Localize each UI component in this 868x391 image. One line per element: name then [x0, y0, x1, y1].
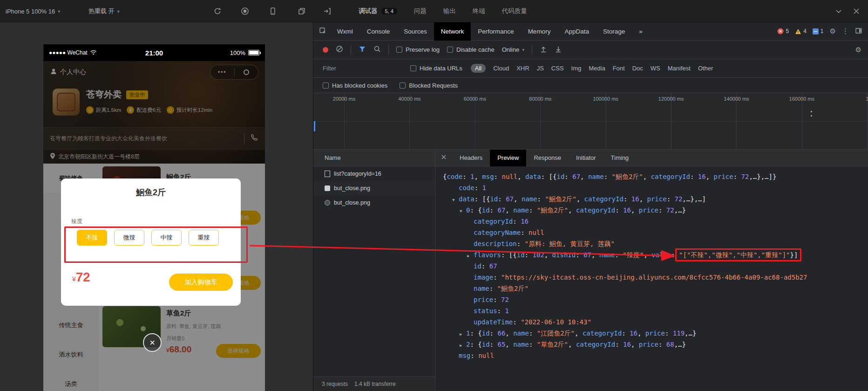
- request-row-2[interactable]: but_close.png: [313, 195, 435, 210]
- hot-reload-toggle[interactable]: 热重载 开 ▾: [88, 0, 120, 22]
- inspect-element-icon[interactable]: [319, 27, 330, 36]
- filter-chip-xhr[interactable]: XHR: [516, 65, 529, 72]
- flavor-option-1[interactable]: 微辣: [114, 230, 144, 246]
- error-count-badge[interactable]: 5: [777, 28, 789, 34]
- hide-data-urls-checkbox[interactable]: Hide data URLs: [410, 65, 462, 72]
- detail-tab-initiator[interactable]: Initiator: [569, 150, 604, 166]
- filter-chip-cloud[interactable]: Cloud: [493, 65, 509, 72]
- devtools-tab-appdata[interactable]: AppData: [557, 22, 596, 41]
- add-to-cart-button[interactable]: 加入购物车: [169, 274, 233, 291]
- warning-count-badge[interactable]: 4: [795, 28, 807, 34]
- ide-tab-4[interactable]: 代码质量: [502, 7, 527, 15]
- preserve-log-checkbox[interactable]: Preserve log: [396, 46, 440, 53]
- import-har-icon[interactable]: [540, 45, 547, 54]
- json-line-16[interactable]: msg: null: [435, 350, 868, 361]
- devtools-tab-console[interactable]: Console: [360, 22, 397, 41]
- close-icon[interactable]: [852, 7, 861, 15]
- network-overview-timeline[interactable]: 20000 ms40000 ms60000 ms80000 ms100000 m…: [313, 93, 868, 150]
- blocked-cookies-checkbox[interactable]: Has blocked cookies: [323, 82, 387, 89]
- collapse-panel-icon[interactable]: [834, 7, 843, 15]
- devtools-tab-network[interactable]: Network: [434, 22, 471, 41]
- network-settings-gear-icon[interactable]: ⚙: [855, 46, 868, 54]
- ide-tab-1[interactable]: 问题: [414, 7, 427, 15]
- json-line-14[interactable]: ▶1: {id: 66, name: "江团鱼2斤", categoryId: …: [435, 328, 868, 339]
- disable-cache-checkbox[interactable]: Disable cache: [447, 46, 495, 53]
- devtools-tab-[interactable]: »: [632, 22, 650, 41]
- json-token: ,: [544, 251, 552, 259]
- json-token: id: [517, 251, 525, 259]
- filter-chip-manifest[interactable]: Manifest: [668, 65, 691, 72]
- devtools-tab-wxml[interactable]: Wxml: [330, 22, 360, 41]
- export-har-icon[interactable]: [555, 45, 562, 54]
- stop-icon[interactable]: [241, 7, 249, 15]
- record-icon[interactable]: [323, 47, 328, 53]
- goto-editor-icon[interactable]: [323, 7, 332, 15]
- json-line-9[interactable]: image: "https://sky-itcast.oss-cn-beijin…: [435, 272, 868, 283]
- json-line-11[interactable]: price: 72: [435, 294, 868, 305]
- clear-icon[interactable]: [336, 45, 343, 54]
- filter-chip-other[interactable]: Other: [698, 65, 713, 72]
- filter-chip-media[interactable]: Media: [589, 65, 605, 72]
- filter-chip-all[interactable]: All: [471, 64, 486, 73]
- dock-side-icon[interactable]: [855, 27, 862, 36]
- filter-chip-ws[interactable]: WS: [651, 65, 660, 72]
- request-row-1[interactable]: but_close.png: [313, 181, 435, 195]
- ide-tab-0[interactable]: 调试器5, 4: [359, 7, 397, 15]
- detail-tab-response[interactable]: Response: [526, 150, 569, 166]
- flavor-option-2[interactable]: 中辣: [151, 230, 182, 246]
- device-selector[interactable]: iPhone 5 100% 16 ▾: [6, 0, 60, 22]
- json-line-5[interactable]: categoryName: null: [435, 227, 868, 238]
- json-line-10[interactable]: name: "鮰鱼2斤": [435, 283, 868, 294]
- json-line-1[interactable]: code: 1: [435, 182, 868, 193]
- devtools-tab-memory[interactable]: Memory: [521, 22, 558, 41]
- multi-device-icon[interactable]: [298, 7, 306, 15]
- filter-chip-img[interactable]: Img: [571, 65, 582, 72]
- ide-tab-3[interactable]: 终端: [473, 7, 485, 15]
- detail-tab-headers[interactable]: Headers: [452, 150, 490, 166]
- network-summary-bar: 3 requests 1.4 kB transferre: [313, 377, 435, 391]
- filter-chip-doc[interactable]: Doc: [632, 65, 643, 72]
- json-line-12[interactable]: status: 1: [435, 305, 868, 316]
- tree-collapse-icon[interactable]: ▶: [467, 250, 474, 261]
- request-name-header[interactable]: Name: [313, 150, 435, 166]
- flavor-option-3[interactable]: 重辣: [189, 230, 219, 246]
- tree-collapse-icon[interactable]: ▶: [460, 340, 466, 351]
- close-detail-icon[interactable]: [435, 154, 452, 161]
- gear-icon[interactable]: ⚙: [830, 27, 836, 35]
- detail-tab-preview[interactable]: Preview: [490, 150, 526, 166]
- devtools-tab-performance[interactable]: Performance: [471, 22, 521, 41]
- refresh-icon[interactable]: [213, 7, 222, 15]
- json-line-13[interactable]: updateTime: "2022-06-10 10:43": [435, 316, 868, 328]
- json-line-6[interactable]: description: "原料: 鮰鱼, 黄豆芽, 莲藕": [435, 238, 868, 249]
- chevron-down-icon: ▾: [58, 9, 60, 14]
- tree-expand-icon[interactable]: ▼: [460, 206, 466, 217]
- json-line-4[interactable]: categoryId: 16: [435, 216, 868, 227]
- filter-chip-css[interactable]: CSS: [551, 65, 564, 72]
- filter-chip-font[interactable]: Font: [613, 65, 625, 72]
- info-count-badge[interactable]: 1: [813, 28, 824, 34]
- json-line-7[interactable]: ▶flavors: [{id: 102, dishId: 67, name: "…: [435, 249, 868, 261]
- devtools-tab-storage[interactable]: Storage: [596, 22, 632, 41]
- filter-funnel-icon[interactable]: [359, 45, 366, 54]
- request-row-0[interactable]: list?categoryId=16: [313, 166, 435, 181]
- blocked-requests-checkbox[interactable]: Blocked Requests: [400, 82, 458, 89]
- tree-collapse-icon[interactable]: ▶: [460, 329, 466, 340]
- phone-preview-icon[interactable]: [269, 7, 277, 15]
- tree-expand-icon[interactable]: ▼: [452, 194, 459, 206]
- json-line-2[interactable]: ▼data: [{id: 67, name: "鮰鱼2斤", categoryI…: [435, 193, 868, 205]
- json-token: :: [490, 329, 498, 337]
- json-line-3[interactable]: ▼0: {id: 67, name: "鮰鱼2斤", categoryId: 1…: [435, 205, 868, 216]
- filter-chip-js[interactable]: JS: [537, 65, 544, 72]
- throttling-select[interactable]: Online ▾: [502, 46, 525, 53]
- json-line-15[interactable]: ▶2: {id: 65, name: "草鱼2斤", categoryId: 1…: [435, 339, 868, 350]
- search-icon[interactable]: [373, 45, 381, 54]
- flavor-option-0[interactable]: 不辣: [77, 230, 107, 246]
- kebab-menu-icon[interactable]: ⋮: [842, 27, 849, 35]
- detail-tab-timing[interactable]: Timing: [604, 150, 637, 166]
- json-line-0[interactable]: {code: 1, msg: null, data: [{id: 67, nam…: [435, 171, 868, 182]
- dialog-close-button[interactable]: ×: [143, 333, 162, 352]
- devtools-tab-sources[interactable]: Sources: [397, 22, 434, 41]
- json-line-8[interactable]: id: 67: [435, 261, 868, 272]
- filter-input[interactable]: [323, 65, 402, 72]
- ide-tab-2[interactable]: 输出: [443, 7, 456, 15]
